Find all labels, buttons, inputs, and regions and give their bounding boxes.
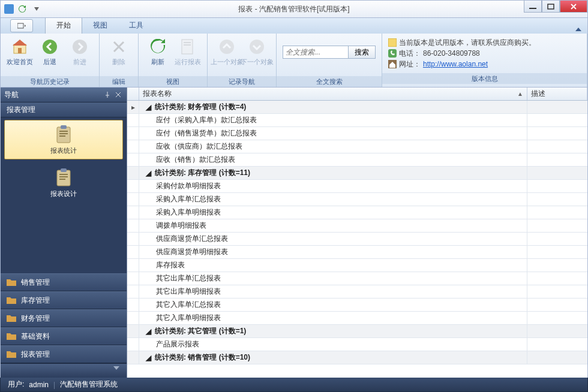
- report-name: 应收（供应商）款汇总报表: [156, 141, 242, 152]
- sort-asc-icon: ▲: [517, 91, 523, 97]
- grid-group-row[interactable]: ◢统计类别: 库存管理 (计数=11): [127, 167, 587, 180]
- tab-view[interactable]: 视图: [82, 17, 118, 34]
- tab-start[interactable]: 开始: [45, 17, 82, 34]
- tab-tools[interactable]: 工具: [118, 17, 154, 34]
- grid-data-row[interactable]: 供应商退货单明细报表: [127, 246, 587, 259]
- grid-data-row[interactable]: 其它出库单明细报表: [127, 285, 587, 298]
- back-button[interactable]: 后退: [35, 36, 64, 68]
- grid-data-row[interactable]: 供应商退货单汇总报表: [127, 233, 587, 246]
- report-name: 采购付款单明细报表: [156, 181, 221, 191]
- clipboard-icon: [55, 168, 72, 187]
- down-icon: [247, 37, 266, 56]
- report-name: 应付（销售退货单）款汇总报表: [156, 128, 257, 138]
- svg-rect-19: [59, 135, 65, 137]
- status-bar: 用户: admin | 汽配销售管理系统: [0, 378, 588, 392]
- grid-body[interactable]: ▸◢统计类别: 财务管理 (计数=4)应付（采购入库单）款汇总报表应付（销售退货…: [127, 101, 587, 378]
- nav-tile-report-design[interactable]: 报表设计: [4, 163, 123, 203]
- svg-rect-2: [17, 23, 23, 28]
- sidebar-item-label: 基础资料: [21, 331, 50, 342]
- ribbon-group-search: 搜索 全文搜索: [277, 34, 382, 87]
- status-system: 汽配销售管理系统: [60, 379, 118, 390]
- expand-toggle-icon[interactable]: ◢: [144, 354, 152, 362]
- sidebar-item-report[interactable]: 报表管理: [1, 345, 127, 363]
- report-name: 采购入库单汇总报表: [156, 194, 221, 204]
- sidebar-item-label: 销售管理: [21, 278, 50, 288]
- grid-data-row[interactable]: 产品展示报表: [127, 338, 587, 351]
- app-menu-button[interactable]: [10, 19, 33, 32]
- expand-toggle-icon[interactable]: ◢: [144, 327, 152, 336]
- sidebar-item-base[interactable]: 基础资料: [1, 327, 127, 345]
- sidebar-item-sales[interactable]: 销售管理: [1, 273, 127, 291]
- prev-label: 上一个对象: [211, 58, 244, 67]
- grid-data-row[interactable]: 应付（销售退货单）款汇总报表: [127, 127, 587, 140]
- sidebar-item-finance[interactable]: 财务管理: [1, 309, 127, 327]
- qat-refresh-icon[interactable]: [16, 3, 28, 15]
- grid-group-row[interactable]: ◢统计类别: 其它管理 (计数=1): [127, 325, 587, 338]
- welcome-button[interactable]: 欢迎首页: [5, 36, 34, 68]
- sidebar-close-icon[interactable]: [113, 90, 123, 99]
- folder-icon: [7, 350, 16, 358]
- grid-data-row[interactable]: 采购入库单明细报表: [127, 206, 587, 219]
- grid-data-row[interactable]: 其它出库单汇总报表: [127, 272, 587, 285]
- grid-data-row[interactable]: 应付（采购入库单）款汇总报表: [127, 114, 587, 127]
- report-name: 其它入库单汇总报表: [156, 300, 221, 310]
- grid-data-row[interactable]: 采购入库单汇总报表: [127, 193, 587, 206]
- minimize-button[interactable]: [524, 1, 542, 13]
- grid-data-row[interactable]: 应收（供应商）款汇总报表: [127, 140, 587, 153]
- site-link[interactable]: http://www.aolan.net: [423, 59, 488, 70]
- refresh-icon: [148, 37, 167, 56]
- sidebar-footer: [1, 363, 127, 378]
- expand-toggle-icon[interactable]: ◢: [144, 103, 152, 111]
- sidebar-item-stock[interactable]: 库存管理: [1, 291, 127, 309]
- ribbon-group-view: 刷新 运行报表 视图: [139, 34, 208, 87]
- refresh-button[interactable]: 刷新: [143, 36, 172, 68]
- svg-rect-12: [388, 38, 397, 47]
- sidebar-section-title: 报表管理: [1, 102, 127, 117]
- next-object-button: 下一个对象: [242, 36, 271, 68]
- fulltext-search-input[interactable]: [283, 46, 349, 59]
- svg-point-10: [220, 40, 234, 54]
- nav-tile-report-stats[interactable]: 报表统计: [4, 120, 123, 159]
- grid-data-row[interactable]: 其它入库单汇总报表: [127, 298, 587, 312]
- folder-icon: [7, 332, 16, 340]
- ribbon-group-record-nav: 上一个对象 下一个对象 记录导航: [208, 34, 277, 87]
- svg-point-11: [250, 40, 264, 54]
- qat-dropdown-icon[interactable]: [31, 3, 43, 15]
- sidebar-title: 导航: [4, 90, 19, 100]
- grid-data-row[interactable]: 其它入库单明细报表: [127, 312, 587, 325]
- svg-rect-7: [182, 40, 193, 54]
- grid-data-row[interactable]: 应收（销售）款汇总报表: [127, 153, 587, 167]
- sidebar-config-icon[interactable]: [113, 366, 123, 376]
- group-label: 统计类别: 其它管理 (计数=1): [155, 326, 246, 336]
- phone-icon: [388, 49, 397, 58]
- nav-tile-label: 报表设计: [50, 189, 77, 198]
- svg-rect-17: [59, 131, 68, 132]
- sidebar-pin-icon[interactable]: [103, 90, 112, 99]
- ribbon-collapse-icon[interactable]: [575, 26, 587, 34]
- grid-group-row[interactable]: ▸◢统计类别: 财务管理 (计数=4): [127, 101, 587, 114]
- forward-label: 前进: [73, 58, 86, 67]
- search-button[interactable]: 搜索: [349, 46, 376, 59]
- column-header-desc[interactable]: 描述: [527, 88, 587, 100]
- grid-data-row[interactable]: 采购付款单明细报表: [127, 180, 587, 193]
- close-button[interactable]: [560, 1, 587, 13]
- note-icon: [388, 38, 397, 47]
- nav-tile-label: 报表统计: [50, 146, 77, 155]
- expand-toggle-icon[interactable]: ◢: [144, 169, 152, 177]
- grid-data-row[interactable]: 库存报表: [127, 259, 587, 272]
- grid-group-row[interactable]: ◢统计类别: 销售管理 (计数=10): [127, 351, 587, 364]
- ribbon: 欢迎首页 后退 前进 导航历史记录 删除 编辑 刷新: [0, 34, 588, 88]
- app-icon: [4, 4, 14, 14]
- folder-icon: [7, 314, 16, 322]
- svg-rect-8: [184, 42, 191, 43]
- report-name: 其它出库单明细报表: [156, 287, 221, 297]
- column-header-name[interactable]: 报表名称▲: [139, 88, 527, 100]
- svg-rect-1: [548, 4, 554, 9]
- forward-button: 前进: [65, 36, 94, 68]
- ribbon-group-edit: 删除 编辑: [100, 34, 139, 87]
- grid-data-row[interactable]: 调拨单明细报表: [127, 219, 587, 233]
- svg-rect-4: [18, 48, 22, 53]
- maximize-button[interactable]: [542, 1, 560, 13]
- next-label: 下一个对象: [241, 58, 274, 67]
- sidebar-header: 导航: [1, 88, 127, 102]
